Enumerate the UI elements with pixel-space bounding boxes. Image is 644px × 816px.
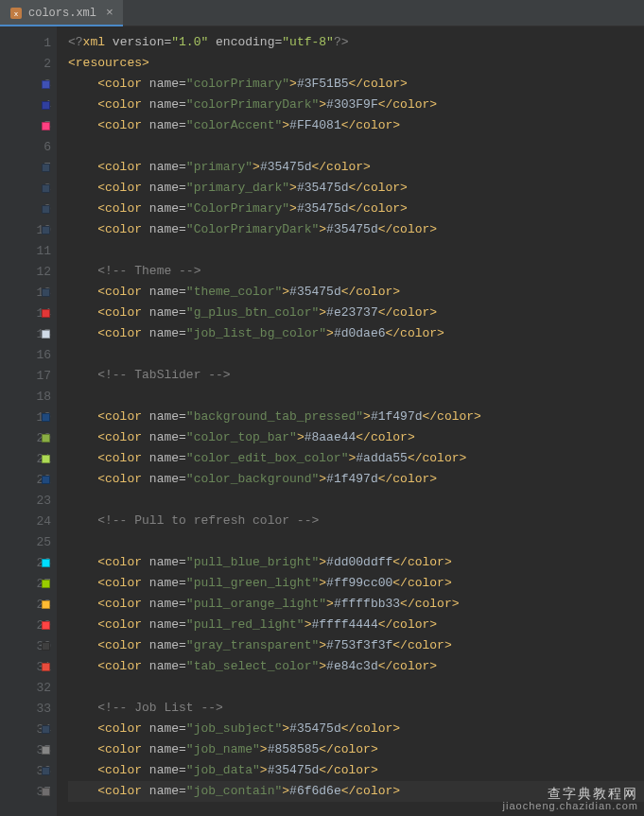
line-number: 26 bbox=[0, 552, 57, 573]
code-line[interactable] bbox=[68, 240, 644, 261]
line-number: 29 bbox=[0, 615, 57, 635]
code-line[interactable]: <color name="color_top_bar">#8aae44</col… bbox=[68, 427, 644, 448]
line-number: 20 bbox=[0, 427, 57, 448]
line-number: 13 bbox=[0, 282, 57, 303]
code-line[interactable] bbox=[68, 677, 644, 698]
editor[interactable]: 1234567891011121314151617181920212223242… bbox=[0, 26, 644, 816]
code-line[interactable]: <color name="pull_orange_light">#ffffbb3… bbox=[68, 594, 644, 615]
line-number: 30 bbox=[0, 635, 57, 656]
line-number: 24 bbox=[0, 511, 57, 531]
line-number: 22 bbox=[0, 469, 57, 490]
color-swatch-icon bbox=[42, 621, 50, 630]
line-number: 31 bbox=[0, 656, 57, 677]
watermark: 查字典教程网 jiaocheng.chazidian.com bbox=[503, 788, 638, 812]
code-line[interactable] bbox=[68, 386, 644, 407]
code-line[interactable]: <color name="color_background">#1f497d</… bbox=[68, 469, 644, 490]
gutter: 1234567891011121314151617181920212223242… bbox=[0, 26, 57, 816]
line-number: 6 bbox=[0, 136, 57, 157]
code-line[interactable]: <!-- Pull to refresh color --> bbox=[68, 511, 644, 531]
color-swatch-icon bbox=[42, 309, 50, 318]
code-line[interactable] bbox=[68, 136, 644, 157]
color-swatch-icon bbox=[42, 288, 50, 297]
line-number: 3 bbox=[0, 74, 57, 95]
line-number: 16 bbox=[0, 344, 57, 365]
color-swatch-icon bbox=[42, 642, 50, 651]
line-number: 5 bbox=[0, 115, 57, 136]
color-swatch-icon bbox=[42, 101, 50, 110]
line-number: 8 bbox=[0, 178, 57, 199]
color-swatch-icon bbox=[42, 122, 50, 130]
color-swatch-icon bbox=[42, 788, 50, 796]
code-line[interactable] bbox=[68, 531, 644, 552]
line-number: 21 bbox=[0, 448, 57, 469]
line-number: 2 bbox=[0, 53, 57, 74]
line-number: 35 bbox=[0, 739, 57, 760]
line-number: 14 bbox=[0, 303, 57, 323]
color-swatch-icon bbox=[42, 455, 50, 463]
code-line[interactable]: <color name="colorPrimaryDark">#303F9F</… bbox=[68, 95, 644, 115]
line-number: 28 bbox=[0, 594, 57, 615]
line-number: 7 bbox=[0, 157, 57, 178]
line-number: 36 bbox=[0, 760, 57, 781]
line-number: 12 bbox=[0, 261, 57, 282]
color-swatch-icon bbox=[42, 226, 50, 234]
code-line[interactable]: <color name="colorAccent">#FF4081</color… bbox=[68, 115, 644, 136]
code-line[interactable]: <resources> bbox=[68, 53, 644, 74]
code-line[interactable]: <color name="g_plus_btn_color">#e23737</… bbox=[68, 303, 644, 323]
code-line[interactable] bbox=[68, 344, 644, 365]
code-line[interactable]: <!-- Job List --> bbox=[68, 698, 644, 719]
code-line[interactable]: <color name="pull_blue_bright">#dd00ddff… bbox=[68, 552, 644, 573]
color-swatch-icon bbox=[42, 767, 50, 775]
code-line[interactable]: <color name="color_edit_box_color">#adda… bbox=[68, 448, 644, 469]
code-line[interactable]: <?xml version="1.0" encoding="utf-8"?> bbox=[68, 32, 644, 53]
line-number: 18 bbox=[0, 386, 57, 407]
line-number: 25 bbox=[0, 531, 57, 552]
tab-label: colors.xml bbox=[28, 7, 96, 20]
code-line[interactable]: <color name="background_tab_pressed">#1f… bbox=[68, 407, 644, 427]
color-swatch-icon bbox=[42, 434, 50, 443]
code-line[interactable]: <color name="primary_dark">#35475d</colo… bbox=[68, 178, 644, 199]
code-line[interactable]: <color name="primary">#35475d</color> bbox=[68, 157, 644, 178]
code-line[interactable]: <color name="colorPrimary">#3F51B5</colo… bbox=[68, 74, 644, 95]
code-line[interactable]: <!-- TabSlider --> bbox=[68, 365, 644, 386]
line-number: 23 bbox=[0, 490, 57, 511]
xml-file-icon: x bbox=[9, 7, 23, 20]
code-line[interactable]: <color name="job_data">#35475d</color> bbox=[68, 760, 644, 781]
code-line[interactable]: <color name="ColorPrimaryDark">#35475d</… bbox=[68, 219, 644, 240]
color-swatch-icon bbox=[42, 184, 50, 193]
code-line[interactable]: <color name="job_list_bg_color">#d0dae6<… bbox=[68, 323, 644, 344]
line-number: 10 bbox=[0, 219, 57, 240]
line-number: 33 bbox=[0, 698, 57, 719]
code-line[interactable]: <color name="theme_color">#35475d</color… bbox=[68, 282, 644, 303]
line-number: 15 bbox=[0, 323, 57, 344]
code-line[interactable]: <color name="gray_transparent">#753f3f3f… bbox=[68, 635, 644, 656]
color-swatch-icon bbox=[42, 80, 50, 89]
code-line[interactable] bbox=[68, 490, 644, 511]
line-number: 37 bbox=[0, 781, 57, 802]
color-swatch-icon bbox=[42, 205, 50, 214]
line-number: 32 bbox=[0, 677, 57, 698]
tab-bar: x colors.xml × bbox=[0, 0, 644, 26]
svg-text:x: x bbox=[14, 9, 18, 18]
line-number: 4 bbox=[0, 95, 57, 115]
color-swatch-icon bbox=[42, 600, 50, 609]
tab-colors-xml[interactable]: x colors.xml × bbox=[0, 0, 123, 26]
code-line[interactable]: <!-- Theme --> bbox=[68, 261, 644, 282]
line-number: 27 bbox=[0, 573, 57, 594]
code-area[interactable]: <?xml version="1.0" encoding="utf-8"?><r… bbox=[57, 26, 644, 816]
code-line[interactable]: <color name="pull_green_light">#ff99cc00… bbox=[68, 573, 644, 594]
color-swatch-icon bbox=[42, 580, 50, 588]
line-number: 1 bbox=[0, 32, 57, 53]
color-swatch-icon bbox=[42, 476, 50, 484]
color-swatch-icon bbox=[42, 663, 50, 671]
code-line[interactable]: <color name="job_subject">#35475d</color… bbox=[68, 719, 644, 739]
close-icon[interactable]: × bbox=[106, 6, 113, 20]
code-line[interactable]: <color name="pull_red_light">#ffff4444</… bbox=[68, 615, 644, 635]
color-swatch-icon bbox=[42, 413, 50, 422]
color-swatch-icon bbox=[42, 746, 50, 755]
line-number: 34 bbox=[0, 719, 57, 739]
line-number: 9 bbox=[0, 199, 57, 219]
code-line[interactable]: <color name="tab_select_color">#e84c3d</… bbox=[68, 656, 644, 677]
code-line[interactable]: <color name="ColorPrimary">#35475d</colo… bbox=[68, 199, 644, 219]
code-line[interactable]: <color name="job_name">#858585</color> bbox=[68, 739, 644, 760]
